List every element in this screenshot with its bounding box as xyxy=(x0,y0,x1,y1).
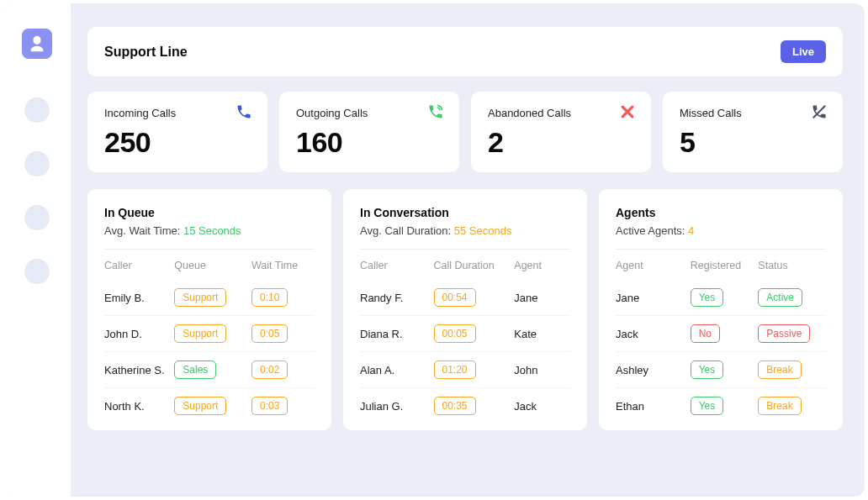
table-row[interactable]: Diana R.00:05Kate xyxy=(360,316,570,352)
registered-pill: Yes xyxy=(691,361,724,379)
table-row[interactable]: Alan A.01:20John xyxy=(360,352,570,388)
agent-rows: JaneYesActiveJackNoPassiveAshleyYesBreak… xyxy=(616,280,826,424)
table-row[interactable]: Katherine S.Sales0:02 xyxy=(104,352,315,388)
table-row[interactable]: North K.Support0:03 xyxy=(104,388,315,424)
table-row[interactable]: JaneYesActive xyxy=(616,280,826,316)
person-icon xyxy=(28,34,46,53)
panel-subtitle: Avg. Wait Time: 15 Seconds xyxy=(104,224,315,237)
live-button[interactable]: Live xyxy=(781,40,826,63)
stat-value: 5 xyxy=(680,126,826,159)
cell-wait: 0:02 xyxy=(251,361,315,379)
cell-registered: No xyxy=(691,324,759,343)
stat-value: 160 xyxy=(296,126,442,159)
sidebar-item-1[interactable] xyxy=(24,97,50,123)
cell-agent: John xyxy=(514,364,570,376)
cell-caller: Alan A. xyxy=(360,364,434,376)
registered-pill: Yes xyxy=(691,397,724,415)
table-header: Caller Call Duration Agent xyxy=(360,260,570,271)
cell-wait: 0:03 xyxy=(251,397,315,415)
registered-pill: No xyxy=(691,324,720,343)
table-header: Agent Registered Status xyxy=(616,260,826,271)
table-header: Caller Queue Wait Time xyxy=(104,260,315,271)
stat-label: Missed Calls xyxy=(680,107,826,119)
cell-registered: Yes xyxy=(691,361,759,379)
sidebar-item-2[interactable] xyxy=(24,151,50,176)
divider xyxy=(360,249,570,250)
cell-duration: 00:05 xyxy=(434,324,515,343)
divider xyxy=(616,249,826,250)
stat-incoming: Incoming Calls 250 xyxy=(87,92,267,172)
table-row[interactable]: AshleyYesBreak xyxy=(616,352,826,388)
cell-agent: Jack xyxy=(616,328,691,340)
table-row[interactable]: Emily B.Support0:10 xyxy=(104,280,315,316)
col-registered: Registered xyxy=(691,260,759,271)
cell-caller: Randy F. xyxy=(360,292,434,304)
cell-agent: Jack xyxy=(514,400,570,413)
cell-wait: 0:10 xyxy=(251,288,315,307)
status-pill: Active xyxy=(758,288,802,307)
table-row[interactable]: Julian G.00:35Jack xyxy=(360,388,570,424)
duration-pill: 00:35 xyxy=(434,397,476,415)
cell-caller: John D. xyxy=(104,328,174,340)
col-duration: Call Duration xyxy=(434,260,515,271)
cell-status: Break xyxy=(758,361,826,379)
cell-status: Active xyxy=(758,288,826,307)
panel-title: In Queue xyxy=(104,206,315,219)
cell-caller: Julian G. xyxy=(360,400,434,413)
phone-volume-icon xyxy=(427,103,444,120)
stat-abandoned: Abandoned Calls 2 xyxy=(471,92,651,172)
cell-caller: North K. xyxy=(104,400,174,413)
cell-registered: Yes xyxy=(691,397,759,415)
sidebar-item-4[interactable] xyxy=(24,259,50,284)
page-title: Support Line xyxy=(104,45,188,60)
phone-slash-icon xyxy=(811,103,828,120)
cell-queue: Support xyxy=(174,324,251,343)
logo[interactable] xyxy=(22,29,52,59)
panel-conversation: In Conversation Avg. Call Duration: 55 S… xyxy=(343,189,587,430)
sidebar-item-3[interactable] xyxy=(24,205,50,230)
cell-caller: Diana R. xyxy=(360,328,434,340)
sub-label: Avg. Call Duration: xyxy=(360,224,454,237)
stat-value: 250 xyxy=(104,126,251,159)
divider xyxy=(104,249,315,250)
wait-pill: 0:02 xyxy=(251,361,288,379)
registered-pill: Yes xyxy=(691,288,724,307)
queue-pill: Support xyxy=(174,324,226,343)
cell-queue: Sales xyxy=(174,361,251,379)
cell-agent: Ashley xyxy=(616,364,691,376)
cell-agent: Ethan xyxy=(616,400,691,413)
sub-value: 15 Seconds xyxy=(183,224,241,237)
stat-label: Outgoing Calls xyxy=(296,107,442,119)
table-row[interactable]: JackNoPassive xyxy=(616,316,826,352)
cell-agent: Jane xyxy=(616,292,691,304)
panel-title: Agents xyxy=(616,206,826,219)
sub-label: Avg. Wait Time: xyxy=(104,224,183,237)
stat-cards: Incoming Calls 250 Outgoing Calls 160 Ab… xyxy=(87,92,843,172)
duration-pill: 00:54 xyxy=(434,288,476,307)
sub-value: 4 xyxy=(688,224,694,237)
table-row[interactable]: Randy F.00:54Jane xyxy=(360,280,570,316)
app-frame: Support Line Live Incoming Calls 250 Out… xyxy=(3,3,865,497)
wait-pill: 0:03 xyxy=(251,397,288,415)
sub-label: Active Agents: xyxy=(616,224,688,237)
queue-pill: Support xyxy=(174,288,226,307)
col-caller: Caller xyxy=(360,260,434,271)
close-icon xyxy=(619,103,636,120)
phone-icon xyxy=(236,103,252,120)
cell-registered: Yes xyxy=(691,288,759,307)
main-content: Support Line Live Incoming Calls 250 Out… xyxy=(71,3,865,497)
table-row[interactable]: EthanYesBreak xyxy=(616,388,826,424)
stat-label: Abandoned Calls xyxy=(488,107,634,119)
status-pill: Passive xyxy=(758,324,810,343)
queue-pill: Sales xyxy=(174,361,216,379)
col-status: Status xyxy=(758,260,826,271)
duration-pill: 00:05 xyxy=(434,324,476,343)
stat-outgoing: Outgoing Calls 160 xyxy=(279,92,459,172)
cell-status: Break xyxy=(758,397,826,415)
header-bar: Support Line Live xyxy=(87,27,843,76)
wait-pill: 0:10 xyxy=(251,288,288,307)
stat-value: 2 xyxy=(488,126,634,159)
col-agent: Agent xyxy=(616,260,691,271)
cell-wait: 0:05 xyxy=(251,324,315,343)
table-row[interactable]: John D.Support0:05 xyxy=(104,316,315,352)
